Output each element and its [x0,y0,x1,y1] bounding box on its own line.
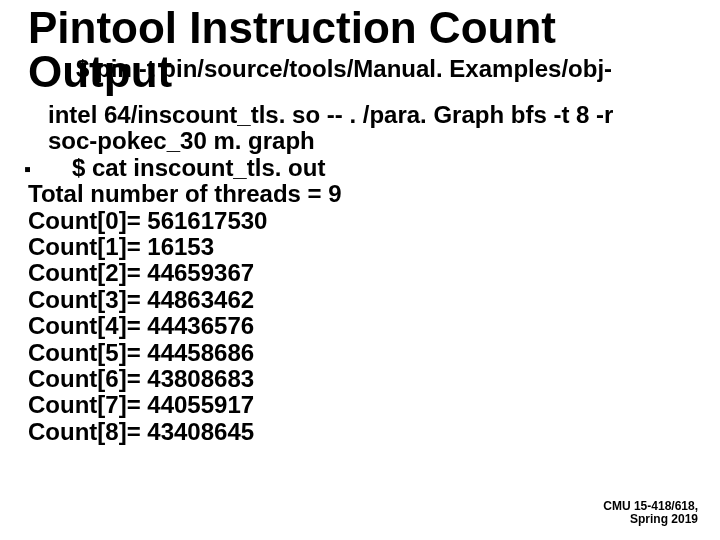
slide-title-line1: Pintool Instruction Count [28,6,692,50]
threads-line: Total number of threads = 9 [28,181,692,207]
footer: CMU 15-418/618, Spring 2019 [603,500,698,526]
command-line-1-cont2: soc-pokec_30 m. graph [48,128,692,154]
count-row: Count[6]= 43808683 [28,366,692,392]
count-row: Count[1]= 16153 [28,234,692,260]
command-line-2: $ cat inscount_tls. out [48,155,692,181]
slide: Pintool Instruction Count Output $ pin -… [0,0,720,540]
count-row: Count[8]= 43408645 [28,419,692,445]
footer-line2: Spring 2019 [603,513,698,526]
command-line-1-cont: intel 64/inscount_tls. so -- . /para. Gr… [48,102,692,128]
title-block: Pintool Instruction Count Output $ pin -… [28,6,692,98]
count-row: Count[7]= 44055917 [28,392,692,418]
count-row: Count[5]= 44458686 [28,340,692,366]
count-row: Count[0]= 561617530 [28,208,692,234]
footer-line1: CMU 15-418/618, [603,500,698,513]
command-line-1-overlap: $ pin -t pin/source/tools/Manual. Exampl… [76,56,612,81]
count-row: Count[4]= 44436576 [28,313,692,339]
count-row: Count[2]= 44659367 [28,260,692,286]
command-line-2-text: $ cat inscount_tls. out [72,154,325,181]
slide-body: intel 64/inscount_tls. so -- . /para. Gr… [48,102,692,445]
count-row: Count[3]= 44863462 [28,287,692,313]
